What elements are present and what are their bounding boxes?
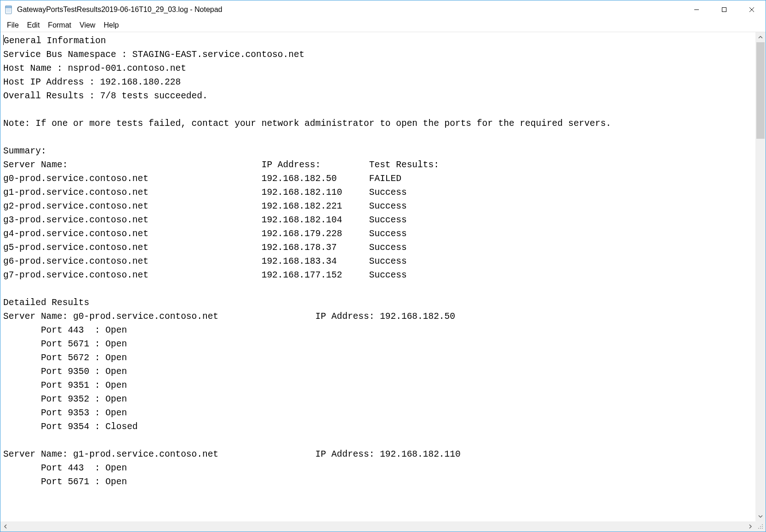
scroll-left-arrow-icon[interactable]: [0, 521, 11, 532]
svg-point-11: [762, 526, 763, 527]
text-caret: [3, 35, 4, 45]
svg-rect-1: [6, 6, 11, 8]
client-area: General Information Service Bus Namespac…: [0, 32, 766, 521]
titlebar[interactable]: GatewayPortsTestResults2019-06-16T10_29_…: [0, 0, 766, 19]
menu-edit[interactable]: Edit: [23, 20, 44, 30]
svg-point-10: [760, 526, 761, 527]
minimize-button[interactable]: [683, 0, 710, 19]
size-grip-icon[interactable]: [755, 521, 766, 532]
window-title: GatewayPortsTestResults2019-06-16T10_29_…: [17, 6, 223, 14]
horizontal-scrollbar[interactable]: [0, 521, 766, 532]
svg-point-13: [760, 528, 761, 529]
svg-point-14: [762, 528, 763, 529]
menu-file[interactable]: File: [3, 20, 23, 30]
text-editor[interactable]: General Information Service Bus Namespac…: [0, 32, 755, 521]
notepad-window: GatewayPortsTestResults2019-06-16T10_29_…: [0, 0, 766, 532]
notepad-icon: [4, 5, 13, 14]
maximize-button[interactable]: [710, 0, 738, 19]
menu-help[interactable]: Help: [100, 20, 122, 30]
scroll-right-arrow-icon[interactable]: [745, 521, 755, 532]
close-button[interactable]: [738, 0, 766, 19]
svg-point-12: [758, 528, 759, 529]
menu-view[interactable]: View: [76, 20, 99, 30]
horizontal-scroll-track[interactable]: [11, 521, 745, 532]
window-controls: [683, 0, 766, 19]
svg-rect-6: [722, 8, 726, 12]
scroll-down-arrow-icon[interactable]: [755, 511, 766, 521]
scroll-up-arrow-icon[interactable]: [755, 32, 766, 42]
menu-format[interactable]: Format: [44, 20, 75, 30]
vertical-scroll-thumb[interactable]: [756, 42, 765, 139]
svg-point-9: [762, 524, 763, 525]
menubar: File Edit Format View Help: [0, 19, 766, 32]
vertical-scrollbar[interactable]: [755, 32, 766, 521]
